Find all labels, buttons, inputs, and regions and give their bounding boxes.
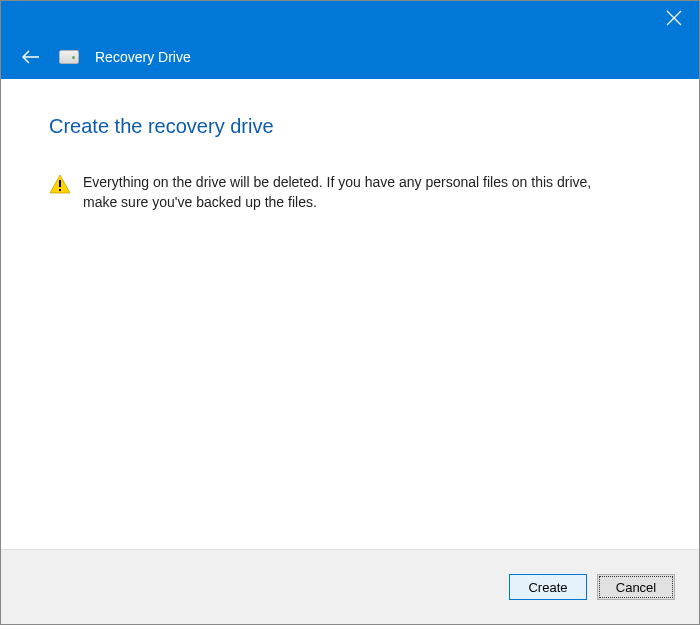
warning-text: Everything on the drive will be deleted.… xyxy=(83,172,623,213)
close-icon xyxy=(665,9,683,27)
titlebar: Recovery Drive xyxy=(1,1,699,79)
content-area: Create the recovery drive Everything on … xyxy=(1,79,699,549)
svg-rect-4 xyxy=(59,180,61,187)
cancel-button[interactable]: Cancel xyxy=(597,574,675,600)
svg-rect-5 xyxy=(59,189,61,191)
page-heading: Create the recovery drive xyxy=(49,115,651,138)
back-button[interactable] xyxy=(19,45,43,69)
warning-icon xyxy=(49,174,71,194)
create-button[interactable]: Create xyxy=(509,574,587,600)
close-button[interactable] xyxy=(665,9,683,27)
arrow-left-icon xyxy=(21,50,41,64)
footer: Create Cancel xyxy=(1,549,699,624)
warning-row: Everything on the drive will be deleted.… xyxy=(49,172,651,213)
drive-icon xyxy=(59,50,79,64)
app-title: Recovery Drive xyxy=(95,49,191,65)
header-row: Recovery Drive xyxy=(19,45,191,69)
